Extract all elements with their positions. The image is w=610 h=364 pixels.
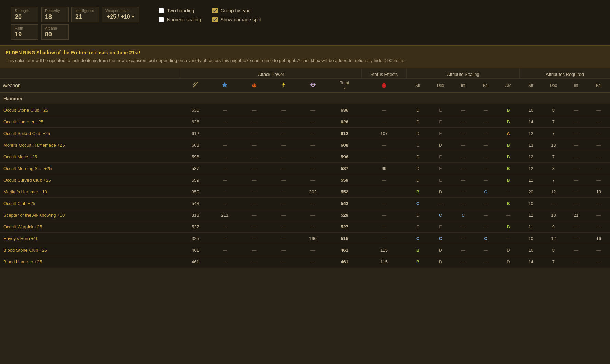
weapon-name-cell[interactable]: Blood Hammer +25: [0, 256, 181, 268]
weapon-link[interactable]: Occult Hammer +25: [3, 119, 43, 124]
atk-cell-2: —: [239, 209, 269, 221]
weapon-name-cell[interactable]: Marika's Hammer +10: [0, 186, 181, 197]
faith-label: Faith: [15, 26, 35, 30]
weapon-level-box[interactable]: Weapon Level +25 / +10: [102, 7, 139, 22]
table-row[interactable]: Scepter of the All-Knowing +10318211———5…: [0, 209, 610, 221]
show-damage-split-checkbox[interactable]: [212, 17, 218, 22]
table-row[interactable]: Occult Club +25543————543—C———B10———: [0, 197, 610, 209]
group-by-type-item[interactable]: Group by type: [212, 8, 261, 13]
table-row[interactable]: Occult Curved Club +25559————559—DE——B11…: [0, 174, 610, 186]
dash: —: [252, 201, 256, 206]
weapon-name-cell[interactable]: Occult Warpick +25: [0, 221, 181, 232]
weapon-link[interactable]: Occult Mace +25: [3, 154, 37, 159]
mag-icon: [221, 81, 228, 88]
atk-cell-2: —: [239, 127, 269, 139]
table-row[interactable]: Blood Stone Club +25461————461115BD——D16…: [0, 244, 610, 256]
weapon-name-cell[interactable]: Occult Hammer +25: [0, 116, 181, 127]
status-cell: 115: [361, 244, 407, 256]
two-handing-item[interactable]: Two handing: [159, 8, 201, 13]
weapon-link[interactable]: Envoy's Horn +10: [3, 236, 39, 241]
weapon-link[interactable]: Occult Stone Club +25: [3, 107, 48, 113]
dash: —: [382, 119, 386, 124]
dash: —: [252, 107, 256, 113]
req-cell-3: —: [587, 162, 610, 174]
announcement-title: ELDEN RING Shadow of the Erdtree release…: [5, 50, 605, 55]
group-by-type-checkbox[interactable]: [212, 8, 218, 13]
stat-box-arcane: Arcane 80: [41, 24, 69, 40]
table-row[interactable]: Occult Spiked Club +25612————612107DE——A…: [0, 127, 610, 139]
table-row[interactable]: Blood Hammer +25461————461115BD——D147——: [0, 256, 610, 268]
svg-line-0: [193, 83, 197, 87]
atk-cell-3: —: [269, 256, 298, 268]
arcane-value[interactable]: 80: [45, 31, 65, 38]
weapon-name-cell[interactable]: Occult Curved Club +25: [0, 174, 181, 186]
table-row[interactable]: Occult Warpick +25527————527—EE——B119——: [0, 221, 610, 232]
table-row[interactable]: Occult Mace +25596————596—DE——B127——: [0, 151, 610, 162]
req-cell-1: 12: [542, 232, 565, 244]
weapon-link[interactable]: Scepter of the All-Knowing +10: [3, 213, 65, 218]
scale-letter: D: [439, 248, 442, 253]
total-cell: 461: [328, 244, 362, 256]
weapon-name-cell[interactable]: Scepter of the All-Knowing +10: [0, 209, 181, 221]
arcane-label: Arcane: [45, 26, 65, 30]
atk-cell-2: —: [239, 174, 269, 186]
weapon-name-cell[interactable]: Occult Club +25: [0, 197, 181, 209]
show-damage-split-item[interactable]: Show damage split: [212, 17, 261, 22]
table-row[interactable]: Occult Hammer +25626————626—DE——B147——: [0, 116, 610, 127]
weapon-link[interactable]: Marika's Hammer +10: [3, 189, 47, 194]
dash: —: [310, 119, 315, 124]
weapon-name-cell[interactable]: Occult Stone Club +25: [0, 104, 181, 116]
strength-value[interactable]: 20: [15, 13, 35, 21]
numeric-scaling-label: Numeric scaling: [167, 17, 201, 22]
weapon-link[interactable]: Monk's Occult Flamemace +25: [3, 143, 65, 148]
weapon-name-cell[interactable]: Occult Mace +25: [0, 151, 181, 162]
table-row[interactable]: Envoy's Horn +10325———190515—CC—C—1012—1…: [0, 232, 610, 244]
dash: —: [223, 107, 227, 113]
table-row[interactable]: Monk's Occult Flamemace +25608————608—ED…: [0, 139, 610, 151]
col-attack-power-header: Attack Power: [181, 68, 361, 79]
intelligence-value[interactable]: 21: [75, 13, 95, 21]
atk-cell-1: —: [210, 127, 240, 139]
table-row[interactable]: Marika's Hammer +10350———202552—BD—C—201…: [0, 186, 610, 197]
table-row[interactable]: Occult Stone Club +25636————636—DE——B168…: [0, 104, 610, 116]
weapon-name-cell[interactable]: Occult Spiked Club +25: [0, 127, 181, 139]
weapon-link[interactable]: Occult Spiked Club +25: [3, 131, 50, 136]
dash: —: [310, 143, 315, 148]
sub-scale-dex: Dex: [429, 78, 452, 93]
dash: —: [223, 189, 227, 194]
fire-icon: [251, 81, 258, 88]
scale-letter: D: [416, 154, 419, 159]
numeric-scaling-item[interactable]: Numeric scaling: [159, 17, 201, 22]
dash: —: [574, 119, 578, 124]
weapon-name-cell[interactable]: Blood Stone Club +25: [0, 244, 181, 256]
dash: —: [574, 166, 578, 171]
numeric-scaling-checkbox[interactable]: [159, 17, 164, 22]
scale-letter: D: [439, 259, 442, 264]
weapon-link[interactable]: Blood Hammer +25: [3, 259, 42, 264]
weapon-name-cell[interactable]: Envoy's Horn +10: [0, 232, 181, 244]
scale-cell-1: D: [429, 256, 452, 268]
req-cell-0: 14: [520, 256, 542, 268]
atk-cell-3: —: [269, 127, 298, 139]
scale-cell-2: —: [452, 104, 474, 116]
faith-value[interactable]: 19: [15, 31, 35, 38]
weapon-level-select[interactable]: +25 / +10: [105, 13, 136, 20]
weapon-link[interactable]: Occult Morning Star +25: [3, 166, 52, 171]
scale-letter: —: [461, 259, 465, 264]
dexterity-value[interactable]: 18: [45, 13, 65, 21]
weapon-name-cell[interactable]: Monk's Occult Flamemace +25: [0, 139, 181, 151]
weapon-link[interactable]: Occult Curved Club +25: [3, 178, 51, 183]
table-row[interactable]: Occult Morning Star +25587————58799DE——B…: [0, 162, 610, 174]
weapon-link[interactable]: Occult Warpick +25: [3, 224, 42, 229]
weapon-level-label: Weapon Level: [105, 9, 136, 13]
two-handing-checkbox[interactable]: [159, 8, 164, 13]
weapon-link[interactable]: Occult Club +25: [3, 201, 35, 206]
dash: —: [597, 201, 601, 206]
weapon-link[interactable]: Blood Stone Club +25: [3, 248, 47, 253]
weapon-name-cell[interactable]: Occult Morning Star +25: [0, 162, 181, 174]
sub-status-bleed: [361, 78, 407, 93]
dash: —: [574, 143, 578, 148]
req-cell-0: 10: [520, 197, 542, 209]
req-cell-1: 8: [542, 244, 565, 256]
category-row-hammer: Hammer: [0, 93, 610, 104]
